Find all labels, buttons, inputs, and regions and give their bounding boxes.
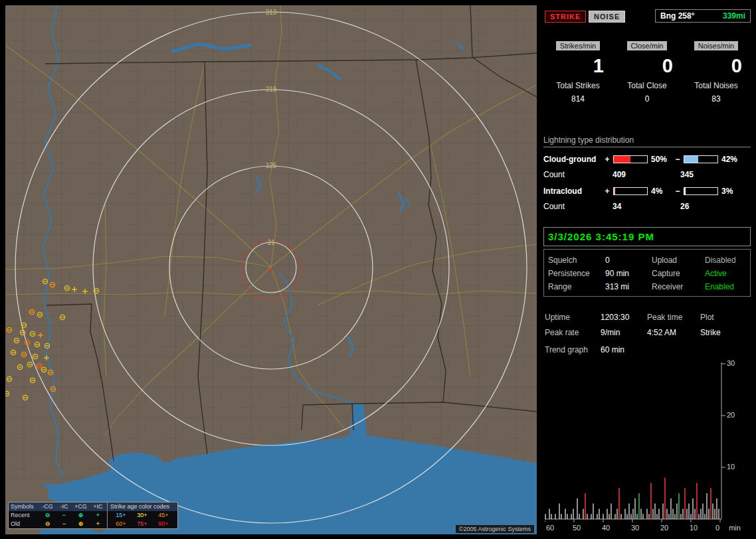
range-label: Range	[548, 282, 605, 291]
status-row-persistence: Persistence 90 min Capture Active	[548, 267, 746, 280]
peak-time-value: 4:52 AM	[647, 328, 700, 337]
trend-x-unit: min	[728, 524, 741, 532]
trend-graph-label: Trend graph	[545, 345, 601, 354]
cloud-ground-row: Cloud-ground + 50% − 42%	[543, 155, 751, 164]
plus-sign: +	[603, 155, 611, 164]
trend-ytick-10: 10	[727, 463, 743, 471]
ic-negative-bar	[684, 187, 718, 195]
ic-positive-pct: 4%	[650, 187, 674, 196]
ic-count-row: Count 34 26	[543, 202, 751, 211]
close-per-min-badge: Close/min	[627, 41, 668, 50]
trend-xtick-50: 50	[570, 524, 583, 532]
old-pos-cg-icon: ⊕	[72, 520, 89, 528]
noises-stat-column: Noises/min 0 Total Noises 83	[682, 41, 751, 104]
ring-label-125: 125	[266, 162, 277, 169]
info-row-2: Peak rate 9/min 4:52 AM Strike	[545, 325, 751, 340]
info-row-1: Uptime 1203:30 Peak time Plot	[545, 309, 751, 325]
trend-xtick-40: 40	[599, 524, 613, 532]
strikes-per-min-value: 1	[543, 50, 613, 78]
trend-window-value: 60 min	[601, 345, 751, 354]
datetime-display: 3/3/2026 3:45:19 PM	[543, 227, 751, 246]
legend-header-row: Symbols -CG -IC +CG +IC Strike age color…	[9, 502, 177, 511]
status-row-squelch: Squelch 0 Upload Disabled	[548, 254, 746, 267]
trend-xtick-0: 0	[711, 524, 724, 532]
cg-positive-count: 409	[613, 170, 680, 179]
legend-old-label: Old	[9, 520, 39, 528]
trend-xtick-60: 60	[543, 524, 557, 532]
ic-negative-count: 26	[680, 202, 751, 211]
age-code-60: 60+	[110, 520, 132, 528]
total-noises-label: Total Noises	[682, 81, 751, 90]
map-legend: Symbols -CG -IC +CG +IC Strike age color…	[8, 502, 178, 529]
persistence-value: 90 min	[605, 269, 652, 278]
cg-count-row: Count 409 345	[543, 170, 751, 179]
map-panel[interactable]: 313 219 125 31 Symbols -CG -IC +CG +IC S…	[5, 5, 537, 534]
legend-col-pos-cg: +CG	[72, 502, 89, 511]
cg-negative-bar	[684, 155, 718, 163]
intracloud-label: Intracloud	[543, 187, 603, 196]
sidebar-panel: STRIKE NOISE Bng 258° 339mi Strikes/min …	[543, 5, 751, 534]
total-close-label: Total Close	[613, 81, 682, 90]
legend-symbols-title: Symbols	[9, 502, 39, 511]
recent-neg-ic-icon: −	[56, 511, 72, 520]
distribution-heading: Lightning type distribution	[543, 135, 751, 147]
trend-ytick-20: 20	[727, 411, 743, 419]
trend-graph-header: Trend graph 60 min	[545, 345, 751, 354]
noises-per-min-badge: Noises/min	[694, 41, 738, 50]
cg-count-label: Count	[543, 170, 613, 179]
recent-pos-ic-icon: +	[89, 511, 107, 520]
trend-graph-plot	[545, 362, 737, 523]
upload-value: Disabled	[705, 256, 746, 265]
plus-sign: +	[603, 187, 611, 196]
bearing-label: Bng 258°	[660, 10, 694, 22]
age-code-90: 90+	[153, 520, 174, 528]
legend-recent-row: Recent ⊖ − ⊕ + 15+30+45+	[9, 511, 177, 520]
age-code-30: 30+	[132, 511, 153, 520]
trend-xtick-20: 20	[658, 524, 671, 532]
noises-per-min-value: 0	[682, 50, 751, 78]
trend-xtick-30: 30	[628, 524, 642, 532]
lightning-map[interactable]: 313 219 125 31	[5, 5, 537, 534]
recent-neg-cg-icon: ⊖	[39, 511, 56, 520]
status-row-range: Range 313 mi Receiver Enabled	[548, 280, 746, 293]
peak-time-label: Peak time	[647, 313, 700, 322]
receiver-status-section: Squelch 0 Upload Disabled Persistence 90…	[543, 249, 751, 297]
legend-col-pos-ic: +IC	[89, 502, 107, 511]
plot-label: Plot	[700, 313, 751, 322]
strikes-stat-column: Strikes/min 1 Total Strikes 814	[543, 41, 613, 104]
bearing-distance: 339mi	[723, 10, 745, 22]
squelch-label: Squelch	[548, 256, 605, 265]
old-neg-ic-icon: −	[56, 520, 72, 528]
total-noises-value: 83	[682, 94, 751, 104]
close-stat-column: Close/min 0 Total Close 0	[613, 41, 682, 104]
age-code-75: 75+	[132, 520, 153, 528]
lightning-distribution-section: Lightning type distribution Cloud-ground…	[543, 135, 751, 211]
total-close-value: 0	[613, 94, 682, 104]
close-per-min-value: 0	[613, 50, 682, 78]
recent-pos-cg-icon: ⊕	[72, 511, 89, 520]
capture-label: Capture	[652, 269, 705, 278]
legend-old-row: Old ⊖ − ⊕ + 60+75+90+	[9, 520, 177, 528]
cg-positive-bar	[613, 155, 648, 163]
legend-col-neg-cg: -CG	[39, 502, 56, 511]
cloud-ground-label: Cloud-ground	[543, 155, 603, 164]
minus-sign: −	[674, 155, 682, 164]
legend-age-title: Strike age color codes	[107, 502, 177, 511]
capture-value: Active	[705, 269, 746, 278]
session-info-section: Uptime 1203:30 Peak time Plot Peak rate …	[545, 309, 751, 340]
uptime-label: Uptime	[545, 313, 601, 322]
bearing-readout: Bng 258° 339mi	[655, 9, 751, 23]
uptime-value: 1203:30	[601, 313, 647, 322]
cg-negative-count: 345	[680, 170, 751, 179]
age-code-15: 15+	[110, 511, 132, 520]
strike-mode-button[interactable]: STRIKE	[545, 11, 586, 23]
total-strikes-label: Total Strikes	[543, 81, 613, 90]
peak-rate-label: Peak rate	[545, 328, 601, 337]
noise-mode-button[interactable]: NOISE	[589, 11, 625, 23]
total-strikes-value: 814	[543, 94, 613, 104]
receiver-location-dot	[270, 268, 272, 271]
upload-label: Upload	[652, 256, 705, 265]
copyright-text: ©2005 Astrogenic Systems	[456, 525, 534, 533]
minus-sign: −	[674, 187, 682, 196]
strikes-per-min-badge: Strikes/min	[556, 41, 600, 50]
